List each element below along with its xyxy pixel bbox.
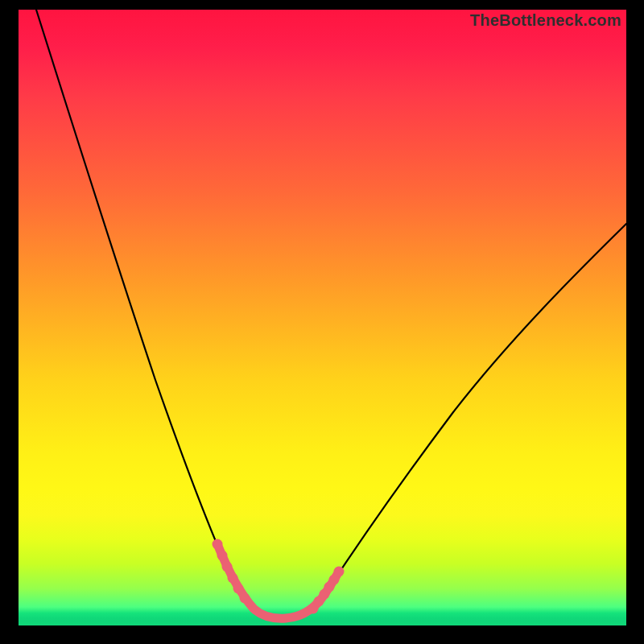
svg-point-5 <box>240 593 250 604</box>
svg-point-3 <box>228 573 238 584</box>
curve-layer <box>19 10 626 625</box>
svg-point-4 <box>233 584 244 594</box>
highlight-dots-right <box>308 567 345 614</box>
svg-point-1 <box>217 551 228 561</box>
bottleneck-curve <box>36 10 626 617</box>
svg-point-11 <box>334 567 345 577</box>
chart-frame: TheBottleneck.com <box>0 0 644 644</box>
svg-point-2 <box>222 562 233 572</box>
svg-point-0 <box>213 539 223 550</box>
